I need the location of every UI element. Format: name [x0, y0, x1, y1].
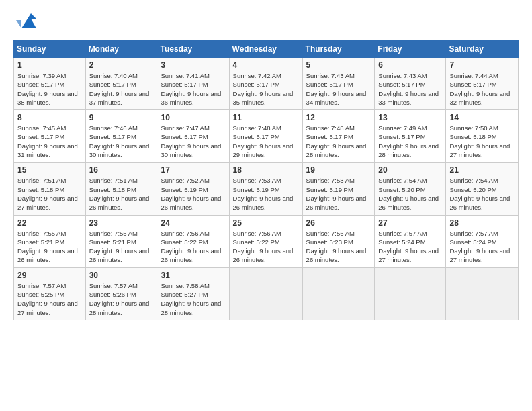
day-info: Sunrise: 7:43 AMSunset: 5:17 PMDaylight:… — [378, 71, 442, 107]
day-info: Sunrise: 7:54 AMSunset: 5:20 PMDaylight:… — [449, 176, 515, 212]
calendar: SundayMondayTuesdayWednesdayThursdayFrid… — [13, 40, 519, 320]
day-number: 22 — [17, 218, 82, 228]
day-info: Sunrise: 7:57 AMSunset: 5:25 PMDaylight:… — [17, 281, 82, 317]
day-info: Sunrise: 7:39 AMSunset: 5:17 PMDaylight:… — [17, 71, 82, 107]
day-info: Sunrise: 7:47 AMSunset: 5:17 PMDaylight:… — [161, 124, 225, 159]
day-info: Sunrise: 7:56 AMSunset: 5:22 PMDaylight:… — [233, 229, 299, 265]
calendar-day-cell: 25 Sunrise: 7:56 AMSunset: 5:22 PMDaylig… — [229, 215, 302, 267]
calendar-week-row: 8 Sunrise: 7:45 AMSunset: 5:17 PMDayligh… — [14, 110, 519, 163]
day-info: Sunrise: 7:56 AMSunset: 5:23 PMDaylight:… — [306, 229, 371, 265]
day-info: Sunrise: 7:44 AMSunset: 5:17 PMDaylight:… — [449, 71, 515, 107]
day-number: 16 — [89, 165, 154, 175]
calendar-day-cell: 7 Sunrise: 7:44 AMSunset: 5:17 PMDayligh… — [446, 58, 519, 110]
day-number: 28 — [449, 218, 515, 228]
calendar-day-cell: 1 Sunrise: 7:39 AMSunset: 5:17 PMDayligh… — [14, 58, 86, 110]
calendar-day-cell: 2 Sunrise: 7:40 AMSunset: 5:17 PMDayligh… — [85, 58, 157, 110]
day-info: Sunrise: 7:43 AMSunset: 5:17 PMDaylight:… — [306, 71, 371, 107]
svg-marker-1 — [16, 20, 21, 28]
weekday-header: Saturday — [446, 41, 519, 58]
page: SundayMondayTuesdayWednesdayThursdayFrid… — [0, 0, 532, 411]
day-number: 8 — [17, 113, 82, 122]
calendar-day-cell: 17 Sunrise: 7:52 AMSunset: 5:19 PMDaylig… — [157, 163, 229, 215]
day-info: Sunrise: 7:48 AMSunset: 5:17 PMDaylight:… — [233, 124, 299, 159]
header — [13, 11, 519, 34]
calendar-day-cell: 10 Sunrise: 7:47 AMSunset: 5:17 PMDaylig… — [157, 110, 229, 163]
day-info: Sunrise: 7:53 AMSunset: 5:19 PMDaylight:… — [306, 176, 371, 212]
day-info: Sunrise: 7:55 AMSunset: 5:21 PMDaylight:… — [17, 229, 82, 265]
day-info: Sunrise: 7:49 AMSunset: 5:17 PMDaylight:… — [378, 124, 442, 159]
day-number: 19 — [306, 165, 371, 175]
day-number: 6 — [378, 60, 442, 70]
calendar-week-row: 29 Sunrise: 7:57 AMSunset: 5:25 PMDaylig… — [14, 267, 519, 320]
day-number: 23 — [89, 218, 154, 228]
day-number: 21 — [449, 165, 515, 175]
day-number: 24 — [161, 218, 225, 228]
day-number: 17 — [161, 165, 225, 175]
day-info: Sunrise: 7:50 AMSunset: 5:18 PMDaylight:… — [449, 124, 515, 159]
weekday-header: Wednesday — [229, 41, 302, 58]
calendar-day-cell: 4 Sunrise: 7:42 AMSunset: 5:17 PMDayligh… — [229, 58, 302, 110]
day-number: 13 — [378, 113, 442, 122]
calendar-day-cell: 14 Sunrise: 7:50 AMSunset: 5:18 PMDaylig… — [446, 110, 519, 163]
weekday-header: Friday — [375, 41, 446, 58]
day-number: 31 — [161, 271, 225, 280]
day-info: Sunrise: 7:52 AMSunset: 5:19 PMDaylight:… — [161, 176, 225, 212]
day-info: Sunrise: 7:51 AMSunset: 5:18 PMDaylight:… — [89, 176, 154, 212]
logo-icon — [16, 11, 36, 31]
day-info: Sunrise: 7:53 AMSunset: 5:19 PMDaylight:… — [233, 176, 299, 212]
calendar-day-cell: 18 Sunrise: 7:53 AMSunset: 5:19 PMDaylig… — [229, 163, 302, 215]
day-number: 1 — [17, 60, 82, 70]
weekday-header: Monday — [85, 41, 157, 58]
day-info: Sunrise: 7:58 AMSunset: 5:27 PMDaylight:… — [161, 281, 225, 317]
calendar-day-cell: 26 Sunrise: 7:56 AMSunset: 5:23 PMDaylig… — [302, 215, 375, 267]
weekday-header: Tuesday — [157, 41, 229, 58]
calendar-day-cell: 31 Sunrise: 7:58 AMSunset: 5:27 PMDaylig… — [157, 267, 229, 320]
day-number: 18 — [233, 165, 299, 175]
weekday-header: Thursday — [302, 41, 375, 58]
calendar-day-cell: 5 Sunrise: 7:43 AMSunset: 5:17 PMDayligh… — [302, 58, 375, 110]
calendar-day-cell: 9 Sunrise: 7:46 AMSunset: 5:17 PMDayligh… — [85, 110, 157, 163]
calendar-day-cell: 23 Sunrise: 7:55 AMSunset: 5:21 PMDaylig… — [85, 215, 157, 267]
calendar-day-cell — [375, 267, 446, 320]
calendar-day-cell: 6 Sunrise: 7:43 AMSunset: 5:17 PMDayligh… — [375, 58, 446, 110]
day-number: 20 — [378, 165, 442, 175]
weekday-header: Sunday — [14, 41, 86, 58]
calendar-day-cell: 21 Sunrise: 7:54 AMSunset: 5:20 PMDaylig… — [446, 163, 519, 215]
day-info: Sunrise: 7:41 AMSunset: 5:17 PMDaylight:… — [161, 71, 225, 107]
day-number: 26 — [306, 218, 371, 228]
day-info: Sunrise: 7:57 AMSunset: 5:24 PMDaylight:… — [378, 229, 442, 265]
day-info: Sunrise: 7:57 AMSunset: 5:26 PMDaylight:… — [89, 281, 154, 317]
day-number: 27 — [378, 218, 442, 228]
day-info: Sunrise: 7:56 AMSunset: 5:22 PMDaylight:… — [161, 229, 225, 265]
day-info: Sunrise: 7:40 AMSunset: 5:17 PMDaylight:… — [89, 71, 154, 107]
calendar-day-cell: 13 Sunrise: 7:49 AMSunset: 5:17 PMDaylig… — [375, 110, 446, 163]
svg-marker-0 — [21, 13, 36, 28]
day-number: 3 — [161, 60, 225, 70]
calendar-day-cell: 16 Sunrise: 7:51 AMSunset: 5:18 PMDaylig… — [85, 163, 157, 215]
calendar-day-cell: 19 Sunrise: 7:53 AMSunset: 5:19 PMDaylig… — [302, 163, 375, 215]
day-info: Sunrise: 7:55 AMSunset: 5:21 PMDaylight:… — [89, 229, 154, 265]
day-info: Sunrise: 7:42 AMSunset: 5:17 PMDaylight:… — [233, 71, 299, 107]
calendar-header-row: SundayMondayTuesdayWednesdayThursdayFrid… — [14, 41, 519, 58]
calendar-week-row: 22 Sunrise: 7:55 AMSunset: 5:21 PMDaylig… — [14, 215, 519, 267]
calendar-week-row: 1 Sunrise: 7:39 AMSunset: 5:17 PMDayligh… — [14, 58, 519, 110]
calendar-day-cell: 29 Sunrise: 7:57 AMSunset: 5:25 PMDaylig… — [14, 267, 86, 320]
calendar-day-cell: 24 Sunrise: 7:56 AMSunset: 5:22 PMDaylig… — [157, 215, 229, 267]
calendar-day-cell — [229, 267, 302, 320]
day-number: 15 — [17, 165, 82, 175]
day-number: 11 — [233, 113, 299, 122]
day-info: Sunrise: 7:46 AMSunset: 5:17 PMDaylight:… — [89, 124, 154, 159]
calendar-day-cell — [446, 267, 519, 320]
calendar-day-cell: 15 Sunrise: 7:51 AMSunset: 5:18 PMDaylig… — [14, 163, 86, 215]
day-number: 25 — [233, 218, 299, 228]
calendar-day-cell: 12 Sunrise: 7:48 AMSunset: 5:17 PMDaylig… — [302, 110, 375, 163]
day-info: Sunrise: 7:51 AMSunset: 5:18 PMDaylight:… — [17, 176, 82, 212]
day-number: 14 — [449, 113, 515, 122]
calendar-day-cell — [302, 267, 375, 320]
day-number: 10 — [161, 113, 225, 122]
calendar-day-cell: 27 Sunrise: 7:57 AMSunset: 5:24 PMDaylig… — [375, 215, 446, 267]
calendar-day-cell: 8 Sunrise: 7:45 AMSunset: 5:17 PMDayligh… — [14, 110, 86, 163]
day-number: 29 — [17, 271, 82, 280]
calendar-week-row: 15 Sunrise: 7:51 AMSunset: 5:18 PMDaylig… — [14, 163, 519, 215]
day-number: 4 — [233, 60, 299, 70]
